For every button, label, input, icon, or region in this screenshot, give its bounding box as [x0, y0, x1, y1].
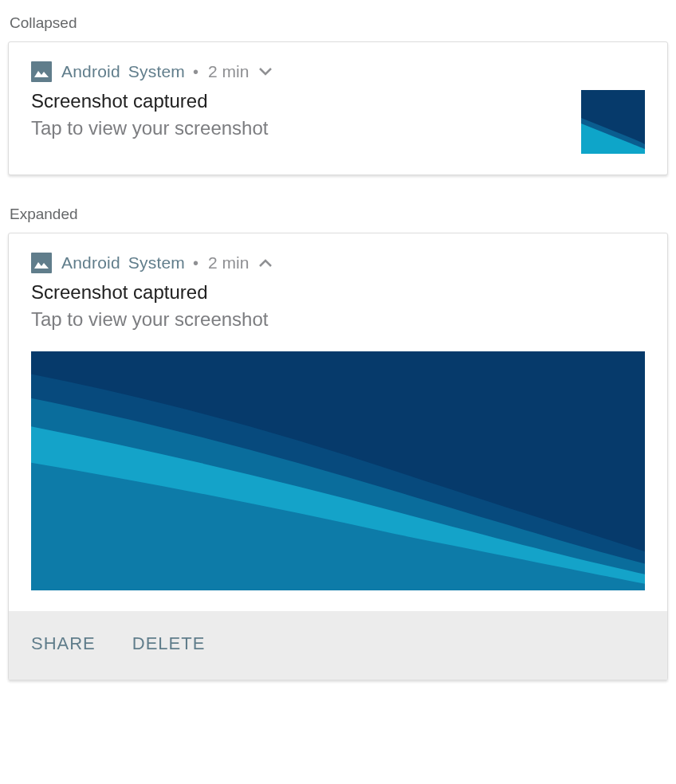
notification-card-expanded[interactable]: Android System • 2 min Screenshot captur…: [8, 233, 668, 680]
notification-big-picture: [31, 351, 645, 590]
notification-body: Tap to view your screenshot: [31, 308, 645, 331]
notification-content[interactable]: Screenshot captured Tap to view your scr…: [9, 82, 667, 174]
notification-content[interactable]: Screenshot captured Tap to view your scr…: [9, 273, 667, 351]
share-button[interactable]: SHARE: [31, 633, 96, 654]
image-icon: [31, 61, 52, 82]
notification-header[interactable]: Android System • 2 min: [9, 233, 667, 273]
delete-button[interactable]: DELETE: [132, 633, 206, 654]
separator-dot: •: [193, 63, 198, 81]
notification-header[interactable]: Android System • 2 min: [9, 42, 667, 82]
separator-dot: •: [193, 254, 198, 272]
chevron-up-icon[interactable]: [258, 258, 273, 268]
image-icon: [31, 253, 52, 273]
notification-title: Screenshot captured: [31, 281, 645, 304]
section-label-expanded: Expanded: [10, 206, 668, 223]
notification-timestamp: 2 min: [208, 62, 249, 81]
app-name: Android System: [61, 253, 185, 272]
notification-timestamp: 2 min: [208, 253, 249, 272]
chevron-down-icon[interactable]: [258, 67, 273, 76]
section-label-collapsed: Collapsed: [10, 14, 668, 32]
notification-actions: SHARE DELETE: [9, 611, 667, 680]
notification-thumbnail: [581, 90, 645, 154]
notification-body: Tap to view your screenshot: [31, 117, 565, 139]
svg-marker-2: [34, 262, 49, 269]
svg-marker-0: [34, 71, 49, 77]
notification-card-collapsed[interactable]: Android System • 2 min Screenshot captur…: [8, 41, 668, 175]
notification-title: Screenshot captured: [31, 90, 565, 112]
app-name: Android System: [61, 62, 185, 81]
